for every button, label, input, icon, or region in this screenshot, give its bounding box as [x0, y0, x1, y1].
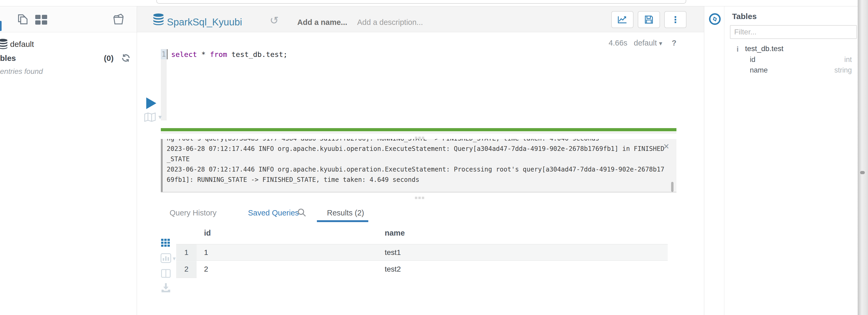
engine-caret-icon[interactable]: ▾ — [659, 40, 662, 47]
log-text: ng root's query[b573a4b3-9177-4384-ada6-… — [167, 139, 664, 185]
assist-left-toolbar — [0, 6, 137, 32]
cell-name: test1 — [385, 244, 401, 261]
assist-column-type: int — [844, 56, 852, 64]
help-icon[interactable]: ? — [672, 39, 676, 47]
refresh-icon[interactable] — [121, 54, 131, 63]
column-header-name[interactable]: name — [385, 229, 405, 238]
log-resize-handle[interactable] — [415, 137, 424, 139]
cut-left-nav-icon — [0, 21, 2, 31]
tab-saved-queries[interactable]: Saved Queries — [248, 209, 299, 217]
global-search-fragment[interactable] — [156, 0, 686, 4]
column-header-id[interactable]: id — [204, 229, 211, 238]
no-entries-text: entries found — [0, 67, 43, 76]
execution-meta: 4.66s default ▾ ? — [556, 39, 676, 47]
search-queries-icon[interactable] — [297, 208, 306, 217]
sql-code-line[interactable]: select * from test_db.test; — [171, 50, 287, 59]
row-number: 1 — [176, 244, 196, 260]
assist-divider-right — [724, 6, 724, 315]
chart-button[interactable] — [611, 11, 633, 28]
assist-column-type: string — [834, 66, 852, 74]
table-info-icon[interactable]: i — [737, 45, 739, 54]
more-options-button[interactable]: ⋮ — [664, 11, 686, 28]
query-title[interactable]: SparkSql_Kyuubi — [167, 17, 242, 28]
cell-id: 2 — [204, 261, 208, 277]
assist-column-name[interactable]: id — [750, 56, 755, 64]
database-icon — [0, 39, 8, 49]
editor-gutter — [161, 49, 167, 120]
results-resize-handle[interactable] — [415, 197, 424, 199]
query-type-database-icon — [153, 13, 164, 26]
log-accent-bar — [161, 139, 163, 193]
close-log-icon[interactable]: ✕ — [663, 142, 669, 151]
log-top-divider — [161, 133, 676, 133]
window-scrollbar-track[interactable] — [858, 0, 868, 315]
row-number: 2 — [176, 261, 196, 278]
sql-keyword: from — [210, 50, 227, 59]
folder-documents-icon[interactable] — [112, 13, 126, 26]
execution-log-panel[interactable]: ng root's query[b573a4b3-9177-4384-ada6-… — [161, 139, 676, 193]
assist-divider-left — [704, 6, 704, 315]
line-number: 1 — [161, 49, 167, 59]
run-query-button[interactable] — [146, 97, 156, 109]
window-scrollbar-thumb[interactable] — [860, 171, 865, 174]
download-results-icon[interactable] — [161, 283, 170, 293]
chart-type-caret-icon[interactable]: ▾ — [173, 255, 176, 262]
query-progress-bar — [161, 128, 676, 131]
rownum-bottom-border — [176, 278, 196, 278]
sidebar-divider — [137, 6, 137, 315]
history-icon[interactable]: ↺ — [270, 14, 279, 27]
grid-apps-icon[interactable] — [35, 15, 48, 25]
database-name[interactable]: default — [10, 40, 34, 49]
results-chart-view-icon[interactable] — [161, 253, 171, 263]
tables-filter-input[interactable] — [730, 25, 857, 39]
execution-time: 4.66s — [609, 39, 627, 47]
saved-queries-book-icon[interactable] — [144, 112, 156, 122]
compass-assist-icon[interactable] — [709, 13, 721, 25]
book-caret-icon[interactable]: ▾ — [158, 113, 162, 121]
results-grid-view-icon[interactable] — [161, 239, 170, 247]
kebab-icon: ⋮ — [671, 14, 680, 25]
table-row[interactable]: 1 1 test1 — [176, 244, 668, 261]
cell-name: test2 — [385, 261, 401, 277]
sql-keyword: select — [171, 50, 197, 59]
log-scrollbar[interactable] — [671, 182, 674, 192]
assist-column-name[interactable]: name — [750, 66, 768, 74]
engine-selector[interactable]: default — [634, 39, 657, 47]
documents-icon[interactable] — [17, 13, 29, 26]
add-name-field[interactable]: Add a name... — [297, 18, 347, 27]
text-cursor — [167, 49, 167, 59]
results-columns-icon[interactable] — [161, 269, 170, 278]
tables-count: (0) — [104, 54, 114, 63]
app-window: default bles (0) entries found SparkSql_… — [0, 0, 868, 315]
tables-section-label: bles — [0, 54, 16, 63]
save-button[interactable] — [638, 11, 660, 28]
cell-id: 1 — [204, 244, 208, 261]
tab-query-history[interactable]: Query History — [169, 209, 216, 217]
tab-results[interactable]: Results (2) — [327, 209, 364, 217]
active-tab-indicator — [317, 220, 368, 222]
assist-table-name[interactable]: test_db.test — [745, 44, 783, 53]
table-row[interactable]: 2 2 test2 — [176, 261, 668, 278]
assist-panel-title: Tables — [732, 12, 757, 21]
add-description-field[interactable]: Add a description... — [357, 18, 423, 27]
